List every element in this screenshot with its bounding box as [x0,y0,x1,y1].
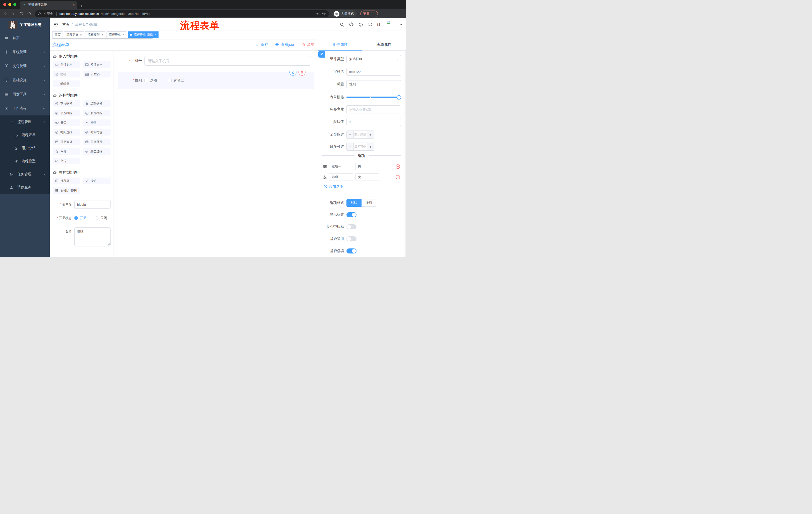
gender-option-1[interactable]: 选项一 [144,78,161,83]
sidebar-item-infrastructure[interactable]: 基础设施 [0,73,50,87]
search-icon[interactable] [340,22,344,27]
tag-home[interactable]: 首页 [52,31,63,38]
tag-process-definition[interactable]: 流程定义 × [64,31,84,38]
component-type-select[interactable]: 多选框组 [346,55,401,63]
tag-process-form-edit[interactable]: 流程表单-编辑 × [127,31,158,38]
gender-option-2[interactable]: 选项二 [168,78,184,83]
sidebar-item-home[interactable]: 首页 [0,31,50,45]
max-select-input[interactable] [354,143,367,151]
palette-item-slider[interactable]: 滑块 [83,119,111,126]
phone-input[interactable] [144,56,311,65]
style-default-button[interactable]: 默认 [346,199,361,207]
sidebar-item-user-group[interactable]: 用户分组 [0,141,50,155]
increase-button[interactable]: + [367,131,374,138]
sidebar-logo[interactable]: 芋道管理系统 [0,18,50,31]
close-icon[interactable]: × [123,33,124,36]
canvas-field-gender-selected[interactable]: *性别 选项一 选项二 [118,72,314,89]
border-switch[interactable] [346,224,356,229]
default-value-input[interactable] [346,118,401,126]
status-radio-off[interactable]: 关闭 [95,216,107,220]
decrease-button[interactable]: − [347,131,354,138]
caret-down-icon[interactable] [400,23,403,26]
github-icon[interactable] [349,22,354,27]
zoom-window-button[interactable] [13,3,16,6]
avatar[interactable] [386,20,395,29]
disabled-switch[interactable] [346,236,356,241]
sidebar-item-devtools[interactable]: 研发工具 [0,87,50,101]
palette-item-counter[interactable]: 123 计数器 [83,71,111,77]
required-switch[interactable] [346,248,356,253]
copy-component-button[interactable] [289,69,296,76]
link-drawer-handle[interactable] [318,51,325,58]
palette-item-color-picker[interactable]: 颜色选择 [83,148,111,155]
close-window-button[interactable] [3,3,6,6]
close-icon[interactable]: × [154,33,156,36]
browser-tab[interactable]: 芋道管理系统 × [20,1,77,9]
option-label-input[interactable] [329,163,353,170]
remove-option-button[interactable] [395,174,401,180]
slider-handle[interactable] [397,95,401,100]
canvas-field-phone[interactable]: *手机号 [121,56,311,65]
checkbox[interactable] [168,79,172,82]
tab-form-props[interactable]: 表单属性 [362,39,406,50]
sidebar-item-payment[interactable]: ¥ 支付管理 [0,59,50,73]
close-icon[interactable]: × [101,33,103,36]
browser-menu-kebab-icon[interactable]: ⋮ [372,12,375,16]
text-size-icon[interactable]: tT [377,22,381,27]
close-icon[interactable]: × [80,33,82,36]
field-name-input[interactable] [346,67,401,76]
palette-item-date-range[interactable]: 日期范围 [83,139,111,145]
tags-scrollbar[interactable] [52,38,153,39]
palette-item-upload[interactable]: 上传 [53,158,80,164]
palette-item-table[interactable]: 表格[开发中] [53,187,80,194]
palette-item-rate[interactable]: 评分 [53,148,80,155]
hamburger-icon[interactable] [53,22,58,27]
form-grid-slider[interactable] [346,93,399,101]
forward-icon[interactable] [11,11,16,16]
close-tab-icon[interactable]: × [72,3,75,7]
checkbox[interactable] [144,79,148,82]
sidebar-item-process-form[interactable]: 流程表单 [0,129,50,141]
drag-handle-icon[interactable] [323,175,327,179]
sidebar-item-workflow[interactable]: 工作流程 [0,101,50,115]
clear-button[interactable]: 清空 [302,42,315,47]
min-select-input[interactable] [354,131,367,138]
increase-button[interactable]: + [367,143,374,151]
minimize-window-button[interactable] [8,3,11,6]
breadcrumb-home[interactable]: 首页 [62,22,69,27]
palette-item-row-container[interactable]: 行容器 [53,178,80,184]
palette-item-time-range[interactable]: 时间范围 [83,129,111,136]
fullscreen-icon[interactable] [368,22,372,27]
palette-item-button[interactable]: 按钮 [83,178,111,184]
remove-option-button[interactable] [395,164,401,169]
sidebar-item-process-management[interactable]: 流程管理 [0,115,50,129]
help-icon[interactable] [358,22,363,27]
password-key-icon[interactable] [316,12,320,16]
palette-item-switch[interactable]: 开关 [53,119,80,126]
form-remark-textarea[interactable]: 嘿嘿 [75,227,111,246]
label-width-input[interactable] [346,105,401,113]
new-tab-button[interactable] [80,4,84,8]
tag-process-model[interactable]: 流程模型 × [85,31,105,38]
url-bar[interactable]: 不安全 dashboard.yudao.iocoder.cn/bpm/manag… [35,10,329,17]
update-button[interactable]: 更新 ⋮ [360,10,378,17]
palette-item-select[interactable]: 下拉选择 [53,100,80,107]
option-value-input[interactable] [355,173,379,181]
sidebar-item-system[interactable]: 系统管理 [0,45,50,59]
palette-item-date-picker[interactable]: 日期选择 [53,139,80,145]
palette-item-single-text[interactable]: 单行文本 [53,61,80,68]
save-button[interactable]: 保存 [256,42,268,47]
palette-item-checkbox-group[interactable]: 多选框组 [83,110,111,116]
bookmark-star-icon[interactable] [322,12,326,16]
slider-track[interactable] [346,97,399,98]
form-name-input[interactable] [75,200,111,209]
option-value-input[interactable] [355,163,379,170]
option-label-input[interactable] [329,173,353,181]
sidebar-item-leave-query[interactable]: 请假查询 [0,181,50,194]
palette-item-multi-text[interactable]: 多行文本 [83,61,111,68]
home-icon[interactable] [27,11,31,16]
palette-item-editor[interactable]: 编辑器 [53,80,80,87]
tab-component-props[interactable]: 组件属性 [318,39,362,50]
decrease-button[interactable]: − [347,143,354,151]
title-input[interactable] [346,80,401,88]
